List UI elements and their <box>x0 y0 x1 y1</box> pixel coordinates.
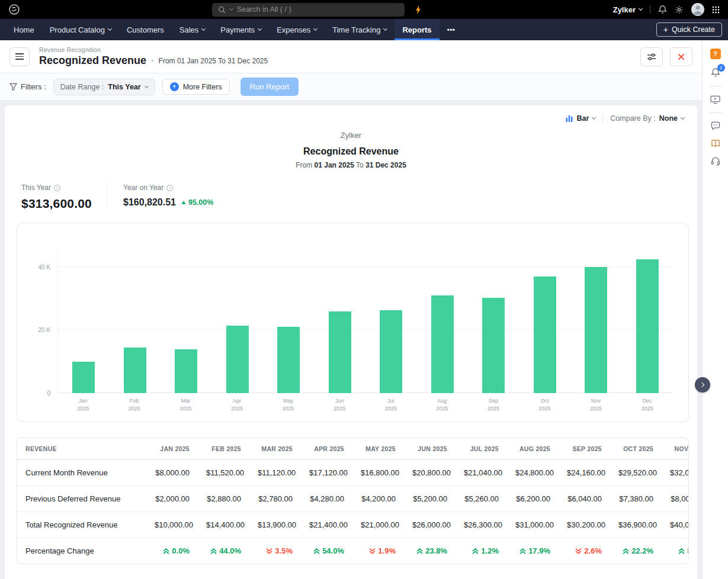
apps-grid-icon[interactable] <box>712 6 720 14</box>
user-avatar[interactable] <box>691 3 704 16</box>
collapse-panel-button[interactable] <box>695 377 710 393</box>
bar-feb-2025[interactable] <box>124 348 146 393</box>
customize-report-button[interactable] <box>640 47 663 66</box>
nav-item-label: Payments <box>220 25 255 34</box>
help-icon[interactable]: ? <box>710 49 721 59</box>
nav-item-more[interactable]: ••• <box>440 19 463 40</box>
chevron-down-icon <box>639 7 643 11</box>
nav-item-customers[interactable]: Customers <box>119 19 172 40</box>
bar-aug-2025[interactable] <box>431 295 454 393</box>
value-cell: $4,200.00 <box>352 486 404 512</box>
feedback-chat-icon[interactable] <box>711 121 720 131</box>
x-tick-label: Aug2025 <box>431 397 453 412</box>
percent-cell: 2.6% <box>559 538 610 564</box>
funnel-icon <box>9 83 17 91</box>
settings-gear-icon[interactable] <box>675 5 684 14</box>
more-filters-button[interactable]: + More Filters <box>162 79 230 95</box>
compare-by-selector[interactable]: Compare By : None <box>610 114 684 123</box>
row-label: Previous Deferred Revenue <box>17 486 146 512</box>
table-header-row: REVENUEJAN 2025FEB 2025MAR 2025APR 2025M… <box>17 438 689 460</box>
bar-slot <box>72 248 95 393</box>
info-icon[interactable]: i <box>166 185 173 191</box>
nav-item-reports[interactable]: Reports <box>395 19 439 40</box>
nav-item-label: Product Catalog <box>50 25 105 34</box>
value-cell: $5,260.00 <box>456 486 507 512</box>
info-icon[interactable]: i <box>54 185 60 191</box>
quick-create-button[interactable]: + Quick Create <box>656 22 722 37</box>
bar-jan-2025[interactable] <box>72 362 95 393</box>
nav-item-time-tracking[interactable]: Time Tracking <box>325 19 395 40</box>
bar-slot <box>277 248 300 393</box>
value-cell: $20,800.00 <box>404 460 456 486</box>
bar-jul-2025[interactable] <box>380 310 402 393</box>
sliders-icon <box>647 53 656 61</box>
support-headset-icon[interactable] <box>711 156 720 166</box>
video-tutorials-icon[interactable] <box>710 95 720 104</box>
nav-item-product-catalog[interactable]: Product Catalog <box>42 19 119 40</box>
bar-slot <box>226 248 249 393</box>
table-header-mar-2025: MAR 2025 <box>249 438 301 460</box>
stat-this-year: This Year i $313,600.00 <box>21 184 92 211</box>
x-tick-label: Jun2025 <box>328 397 351 412</box>
value-cell: $7,380.00 <box>610 486 662 512</box>
chevron-down-icon <box>681 115 685 119</box>
percent-cell: 44.0% <box>198 538 249 564</box>
bar-slot <box>636 248 659 393</box>
bar-nov-2025[interactable] <box>585 267 607 393</box>
x-tick-label: Feb2025 <box>123 397 146 412</box>
bar-sep-2025[interactable] <box>482 298 505 393</box>
nav-item-expenses[interactable]: Expenses <box>269 19 325 40</box>
report-date-to: 31 Dec 2025 <box>365 161 406 169</box>
docs-book-icon[interactable] <box>711 139 720 148</box>
double-chevron-up-icon <box>623 548 629 554</box>
date-range-value: This Year <box>108 83 140 91</box>
topbar-divider <box>650 5 650 14</box>
value-cell: $32,000.00 <box>662 460 689 486</box>
y-tick-label: 20 K <box>38 327 50 333</box>
bar-slot <box>175 248 197 393</box>
search-input[interactable]: Search in All ( / ) <box>212 3 405 17</box>
bar-chart-icon <box>566 115 573 122</box>
nav-item-payments[interactable]: Payments <box>213 19 269 40</box>
bar-oct-2025[interactable] <box>534 276 556 393</box>
nav-item-sales[interactable]: Sales <box>172 19 213 40</box>
chart-type-selector[interactable]: Bar <box>566 114 595 123</box>
percent-cell: 1.2% <box>456 538 507 564</box>
rail-notifications-bell-icon[interactable]: 2 <box>711 67 720 78</box>
nav-item-home[interactable]: Home <box>6 19 42 40</box>
chevron-down-icon <box>258 27 262 31</box>
search-scope-chevron-icon[interactable] <box>229 7 233 11</box>
bar-dec-2025[interactable] <box>636 259 659 393</box>
chevron-down-icon <box>592 115 596 119</box>
bar-mar-2025[interactable] <box>175 349 197 393</box>
percent-cell: 17.9% <box>507 538 559 564</box>
notifications-bell-icon[interactable] <box>658 5 667 14</box>
toolbar-divider <box>602 114 603 123</box>
search-icon <box>218 6 226 14</box>
table-body: Current Month Revenue$8,000.00$11,520.00… <box>17 460 689 564</box>
bar-apr-2025[interactable] <box>226 326 249 393</box>
date-range-dropdown[interactable]: Date Range : This Year <box>53 79 155 95</box>
close-report-button[interactable] <box>670 47 692 66</box>
main-nav: HomeProduct CatalogCustomersSalesPayment… <box>0 19 728 40</box>
stat-year-on-year: Year on Year i $160,820.51 95.00% <box>107 184 213 208</box>
percent-cell: 3.5% <box>249 538 301 564</box>
lightning-bolt-icon[interactable] <box>415 5 421 14</box>
table-row-current-month-revenue: Current Month Revenue$8,000.00$11,520.00… <box>17 460 689 486</box>
percent-cell: 54.0% <box>301 538 352 564</box>
zoho-books-logo[interactable] <box>8 4 20 15</box>
run-report-button[interactable]: Run Report <box>240 78 299 96</box>
percent-cell: 1.9% <box>352 538 404 564</box>
table-header-jun-2025: JUN 2025 <box>404 438 456 460</box>
bar-may-2025[interactable] <box>277 327 300 393</box>
sidebar-toggle-button[interactable] <box>9 47 30 66</box>
double-chevron-up-icon <box>210 548 217 554</box>
report-toolbar: Bar Compare By : None <box>5 105 697 123</box>
report-date-from: 01 Jan 2025 <box>315 161 354 169</box>
chevron-down-icon <box>201 27 206 31</box>
value-cell: $24,800.00 <box>507 460 559 486</box>
org-switcher[interactable]: Zylker <box>613 5 642 14</box>
bar-jun-2025[interactable] <box>329 311 351 393</box>
value-cell: $2,880.00 <box>198 486 249 512</box>
page-subtitle: From 01 Jan 2025 To 31 Dec 2025 <box>159 57 268 65</box>
